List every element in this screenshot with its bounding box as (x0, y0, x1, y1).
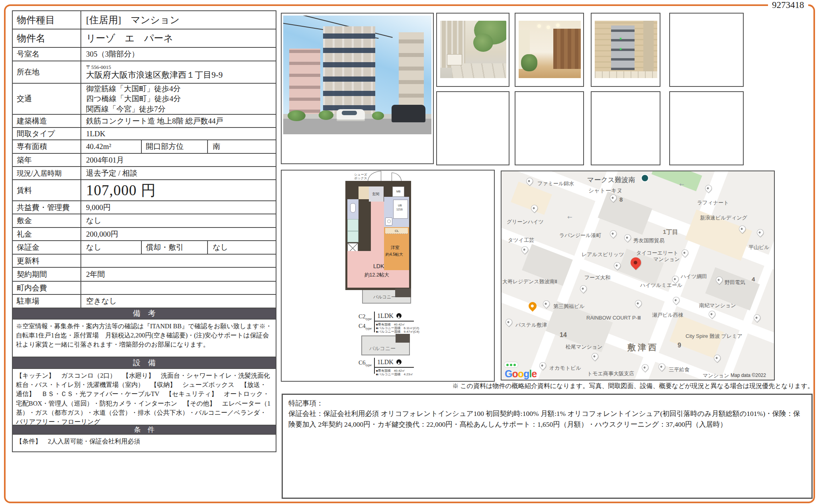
district-label: 敷津西 (627, 342, 658, 353)
row-label: 交通 (13, 84, 81, 114)
special-notes-body: 保証会社：保証会社利用必須 オリコフォレントインシュア100 初回契約時:100… (288, 408, 806, 429)
washer-icon (385, 218, 392, 226)
row-label: 更新料 (13, 255, 81, 267)
map-label: マンション (703, 372, 729, 379)
meterbox-cell: MB (392, 186, 404, 197)
door-arc-icon (392, 173, 402, 181)
corridor (371, 202, 384, 251)
map-pin (504, 317, 513, 327)
photo-box-empty (669, 91, 744, 165)
map-label: グリーンハイツ (507, 218, 544, 226)
photo-mailbox-area (595, 21, 657, 78)
map-label: フーズ大和 (584, 274, 611, 281)
row-value: 200,000円 (81, 228, 276, 240)
table-row: 所在地 〒556-0015 大阪府大阪市浪速区敷津西１丁目9-9 (13, 61, 276, 84)
rent-value: 107,000 円 (81, 180, 276, 200)
map-label: レアルスピリッツ (582, 251, 624, 258)
postal-code: 〒556-0015 (86, 65, 111, 70)
balcony-diagram-label: バルコニー (369, 345, 396, 352)
property-sheet: 9273418 物件種目 [住居用] マンション 物件名 リーゾ エ パーネ 号… (0, 0, 819, 504)
row-label: 契約期間 (13, 268, 81, 281)
map-label: 三平給食 (669, 366, 690, 373)
map-label: 4 (752, 276, 755, 282)
type-c2-label: C2type (359, 313, 372, 321)
toilet-icon (350, 203, 356, 213)
row-value: [住居用] マンション (81, 11, 276, 29)
row-value: リーゾ エ パーネ (81, 29, 276, 47)
table-row: 礼金 200,000円 (13, 228, 276, 241)
row-label: 賃料 (13, 180, 81, 200)
equipment-text: 【キッチン】 ガスコンロ（2口） 【水廻り】 洗面台・シャワートイレ・洗髪洗面化… (13, 369, 276, 426)
table-row: 物件種目 [住居用] マンション (13, 11, 276, 29)
row-label: 建築構造 (13, 115, 81, 127)
map-label: 8 (619, 196, 623, 203)
type-name: 1LDK (377, 359, 394, 366)
row-value: 9,000円 (81, 201, 276, 214)
landmark-dot-icon (641, 174, 649, 182)
disclaimer-note: ※ この資料は物件の概略紹介資料になります。写真、間取図面、設備、概要などが現況… (303, 382, 814, 390)
row-label: 保証金 (13, 241, 81, 254)
map-label: マンション (653, 256, 680, 263)
address-text: 大阪府大阪市浪速区敷津西１丁目9-9 (86, 70, 223, 80)
row-value: なし (81, 214, 276, 227)
row-value: 305（3階部分） (81, 48, 276, 61)
district-label: 1丁目 (663, 228, 678, 236)
bath-area: UB 1216 (384, 197, 409, 227)
row-label: 町内会費 (13, 282, 81, 294)
map-pin (623, 233, 632, 242)
map-attribution: Map data ©2022 (731, 373, 766, 378)
western-room-size: 約4.5帖大 (386, 252, 403, 257)
toilet-cell (347, 199, 359, 219)
park-area (651, 171, 702, 191)
row-label: 専有面積 (13, 140, 81, 153)
map-label: オカモトビル (549, 365, 581, 372)
ub-label: UB (398, 204, 402, 207)
property-info-table: 物件種目 [住居用] マンション 物件名 リーゾ エ パーネ 号室名 305（3… (12, 10, 276, 452)
legend-balcony-line: ■バルコニー面積 4.23㎡ (376, 372, 413, 377)
table-row: 共益費・管理費 9,000円 (13, 201, 276, 214)
shoesbox-label: シューズボックス (354, 173, 367, 180)
map-label: 9 (678, 342, 681, 349)
mb-label: MB (396, 190, 401, 193)
photo-box-approach (436, 13, 509, 87)
row-value: 2年間 (81, 268, 276, 281)
table-row: 契約期間 2年間 (13, 268, 276, 282)
map-pin (590, 351, 600, 361)
equipment-header: 設 備 (13, 357, 276, 369)
row-label: 築年 (13, 154, 81, 166)
map-label: RAINBOW COURT P-Ⅲ (586, 315, 641, 321)
conditions-text: 【条件】 2人入居可能・保証会社利用必須 (13, 435, 276, 451)
table-row: 敷金 なし (13, 214, 276, 228)
table-row: 間取タイプ 1LDK (13, 128, 276, 140)
map-label: 南紀マンション (699, 302, 736, 309)
compass-icon (396, 313, 402, 318)
road-arrow-icon: ← (679, 181, 684, 188)
type-c6-label: C6type (359, 359, 372, 367)
kitchen-cell (347, 231, 359, 242)
remarks-text: ※空室情報・募集条件・案内方法等の確認は『ITANDI BB』で確認をお願い致し… (13, 320, 276, 357)
row-label: 物件種目 (13, 11, 81, 29)
photo-box-corridor (515, 13, 584, 87)
entrance-cell: 玄関 (369, 186, 384, 202)
conditions-header: 条 件 (13, 426, 276, 435)
road-arrow-icon: ← (567, 214, 572, 221)
row-value: 2004年01月 (81, 154, 276, 166)
table-row: 物件名 リーゾ エ パーネ (13, 29, 276, 48)
western-room: CL 洋室 約4.5帖大 (384, 227, 409, 270)
amortization-label: 償却・敷引 (141, 241, 208, 254)
area-value: 40.42m² (81, 140, 141, 153)
map-pin (755, 227, 765, 237)
row-label: 現況/入居時期 (13, 167, 81, 179)
table-row: 保証金 なし 償却・敷引 なし (13, 241, 276, 255)
opening-direction-label: 開口部方位 (141, 140, 208, 153)
map-pin (578, 284, 588, 293)
row-label: 物件名 (13, 29, 81, 47)
row-label: 間取タイプ (13, 128, 81, 139)
compass-icon (396, 359, 402, 365)
map-label: 松尾マンション (566, 343, 603, 351)
map-label: City Spire 難波 プレミア (686, 333, 743, 340)
closet-strip: CL (385, 228, 408, 234)
amortization-value: なし (208, 241, 276, 254)
balcony-dark-block (395, 288, 411, 297)
row-label: 駐車場 (13, 295, 81, 308)
